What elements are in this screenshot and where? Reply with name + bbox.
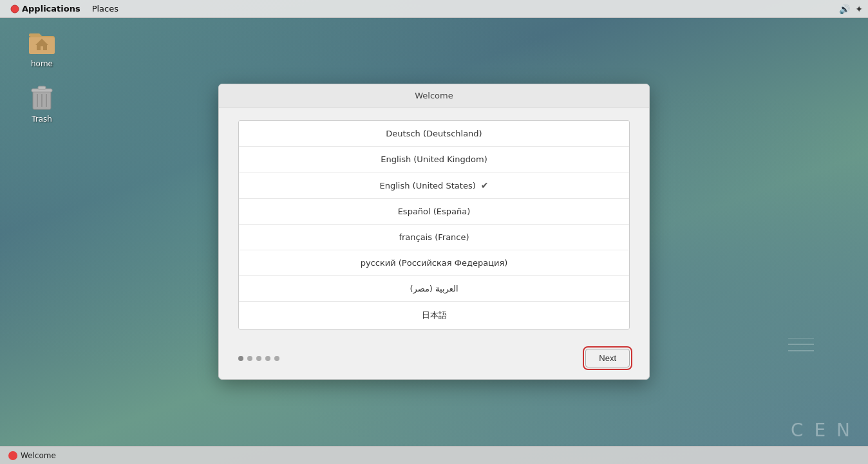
lang-item-arabic[interactable]: العربية (مصر) bbox=[239, 276, 629, 302]
lang-text-english-uk: English (United Kingdom) bbox=[381, 154, 487, 164]
dialog-overlay: Welcome Deutsch (Deutschland) English (U… bbox=[0, 0, 868, 464]
dot-4 bbox=[265, 356, 270, 361]
lang-text-francais: français (France) bbox=[399, 232, 469, 242]
dot-5 bbox=[274, 356, 279, 361]
app-logo-icon bbox=[10, 5, 19, 14]
taskbar-app-label: Welcome bbox=[21, 451, 56, 460]
bluetooth-icon[interactable]: ✦ bbox=[855, 4, 863, 14]
volume-icon[interactable]: 🔊 bbox=[839, 4, 850, 14]
menubar: Applications Places 🔊 ✦ bbox=[0, 0, 868, 18]
dialog-content: Deutsch (Deutschland) English (United Ki… bbox=[219, 107, 649, 349]
svg-point-0 bbox=[11, 5, 19, 13]
lang-text-english-us: English (United States) bbox=[380, 181, 476, 190]
welcome-dialog: Welcome Deutsch (Deutschland) English (U… bbox=[218, 84, 650, 380]
taskbar-app-icon bbox=[8, 450, 18, 461]
places-menu[interactable]: Places bbox=[87, 2, 124, 15]
lang-text-japanese: 日本語 bbox=[422, 310, 447, 321]
places-label: Places bbox=[92, 4, 118, 14]
dot-3 bbox=[256, 356, 261, 361]
menubar-left: Applications Places bbox=[5, 2, 124, 15]
dialog-title: Welcome bbox=[415, 91, 453, 100]
lang-checkmark-english-us: ✔ bbox=[481, 180, 489, 190]
lang-text-arabic: العربية (مصر) bbox=[410, 284, 458, 293]
lang-item-english-us[interactable]: English (United States) ✔ bbox=[239, 172, 629, 199]
lang-item-deutsch[interactable]: Deutsch (Deutschland) bbox=[239, 121, 629, 147]
dialog-footer: Next bbox=[219, 349, 649, 379]
lang-item-espanol[interactable]: Español (España) bbox=[239, 199, 629, 225]
lang-item-english-uk[interactable]: English (United Kingdom) bbox=[239, 147, 629, 172]
page-dots bbox=[238, 356, 279, 361]
applications-menu[interactable]: Applications bbox=[5, 2, 86, 15]
dot-1 bbox=[238, 356, 243, 361]
lang-item-russian[interactable]: русский (Российская Федерация) bbox=[239, 250, 629, 276]
dialog-titlebar: Welcome bbox=[219, 84, 649, 107]
language-list: Deutsch (Deutschland) English (United Ki… bbox=[238, 120, 630, 329]
applications-label: Applications bbox=[22, 4, 80, 14]
next-button[interactable]: Next bbox=[585, 349, 630, 367]
lang-text-espanol: Español (España) bbox=[398, 207, 471, 216]
lang-item-francais[interactable]: français (France) bbox=[239, 225, 629, 250]
desktop: Applications Places 🔊 ✦ home bbox=[0, 0, 868, 464]
lang-text-deutsch: Deutsch (Deutschland) bbox=[386, 129, 482, 138]
menubar-right: 🔊 ✦ bbox=[839, 4, 863, 14]
taskbar: Welcome bbox=[0, 446, 868, 464]
dot-2 bbox=[247, 356, 252, 361]
lang-item-japanese[interactable]: 日本語 bbox=[239, 302, 629, 329]
lang-text-russian: русский (Российская Федерация) bbox=[361, 258, 508, 268]
taskbar-welcome-item[interactable]: Welcome bbox=[3, 449, 61, 463]
svg-point-13 bbox=[8, 451, 17, 460]
